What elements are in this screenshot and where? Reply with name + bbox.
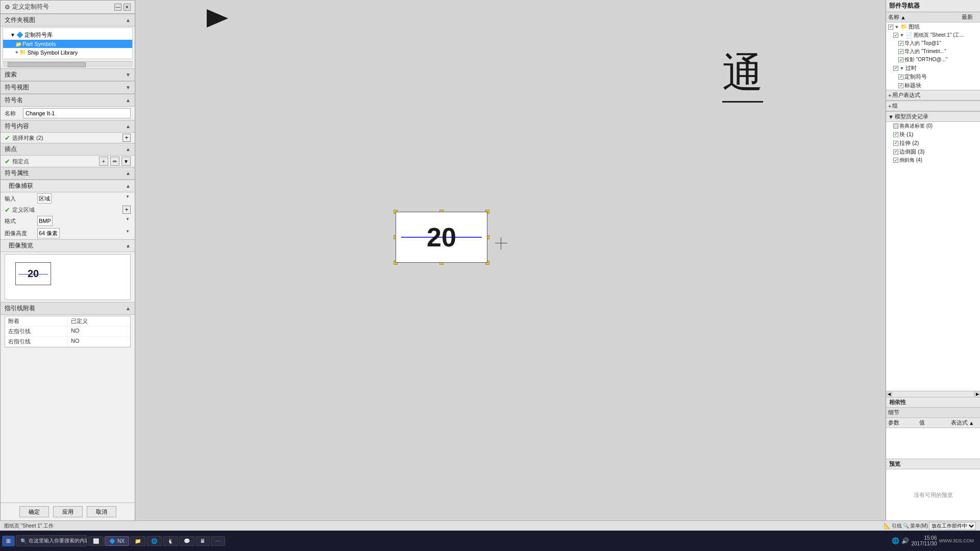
props-col-value[interactable]: 值 [917,418,948,428]
menu-label[interactable]: 菜单(M) [910,522,928,530]
page-icon: 📄 [905,32,913,39]
props-col-param[interactable]: 参数 [886,418,917,428]
nav-item-custom-sym[interactable]: ✔ 定制符号 [886,72,980,81]
nav-checkbox-trimetri[interactable]: ✔ [898,49,903,54]
taskview-icon: ⬜ [93,538,99,544]
symbol-container[interactable]: 20 [396,212,487,263]
pencil-button[interactable]: ✏ [110,157,119,166]
close-button[interactable]: ✕ [124,4,131,11]
nav-cb-round3[interactable]: ✔ [893,149,898,155]
leader-header[interactable]: 指引线附着 ▲ [1,302,135,315]
qq-button[interactable]: 🐧 [163,536,178,546]
taskview-button[interactable]: ⬜ [88,536,104,546]
dropdown-anchor[interactable]: ▼ [121,157,131,166]
nav-history-round3[interactable]: ✔ 边倒圆 (3) [886,147,980,156]
nav-user-expr[interactable]: + 用户表达式 [886,90,980,101]
nav-checkbox-sheet1[interactable]: ✔ [893,33,898,38]
explorer-icon: 📁 [135,538,141,544]
nav-cb-block1[interactable]: ✔ [893,132,898,137]
add-object-button[interactable]: + [122,134,131,142]
nav-history-block1[interactable]: ✔ 块 (1) [886,130,980,139]
nav-col-latest[interactable]: 最新 [960,13,980,21]
toolbar-icon-1[interactable]: 📐 [884,522,891,529]
nav-checkbox-overtime[interactable]: ✔ [893,66,898,71]
search-icon-bottom[interactable]: 🔍 [903,523,909,529]
nav-history-labels[interactable]: 善典述标签 (0) [886,122,980,130]
nav-expander-sheet1[interactable]: ▼ [899,33,904,38]
cancel-button[interactable]: 取消 [87,506,116,517]
ok-button[interactable]: 确定 [19,506,49,517]
props-col-expr[interactable]: 表达式 ▲ [949,418,980,428]
nav-tree: ✔ ▼ 📁 图纸 ✔ ▼ 📄 图纸页 "Sheet 1" (工... ✔ 导入的… [886,22,980,391]
search-header[interactable]: 搜索 ▼ [1,68,135,81]
browser-button[interactable]: 🌐 [146,536,162,546]
tree-item-ship-library[interactable]: + 📁 Ship Symbol Library [3,48,132,57]
file-tree-header[interactable]: 文件夹视图 ▲ [1,14,135,27]
nav-item-drawings[interactable]: ✔ ▼ 📁 图纸 [886,22,980,31]
input-select[interactable]: 区域 [37,193,52,204]
tree-item-part-symbols[interactable]: 📁 Part Symbols [3,40,132,48]
nav-item-sheet1[interactable]: ✔ ▼ 📄 图纸页 "Sheet 1" (工... [886,31,980,39]
nav-item-ortho[interactable]: ✔ 投影 "ORTHO@..." [886,56,980,64]
nav-item-top[interactable]: ✔ 导入的 "Top@1" [886,39,980,47]
taskbar: ⊞ 🔍 在这里输入你要搜索的内容 ⬜ 🔷 NX 📁 🌐 🐧 💬 🖩 ⋯ 🌐 🔊 … [0,531,980,551]
more-apps[interactable]: ⋯ [211,536,225,546]
nav-cb-labels[interactable] [893,123,898,129]
nav-scroll-track[interactable] [892,391,974,397]
network-icon[interactable]: 🌐 [892,537,899,544]
location-select[interactable]: 放在工作部件中 [929,522,976,530]
nav-scroll-right[interactable]: ▶ [974,391,980,397]
nav-checkbox-ortho[interactable]: ✔ [898,57,903,62]
nav-item-trimetri[interactable]: ✔ 导入的 "Trimetri..." [886,47,980,56]
symbol-attr-header[interactable]: 符号属性 ▲ [1,167,135,180]
start-button[interactable]: ⊞ [2,536,15,546]
gear-icon: ⚙ [5,4,10,11]
nav-item-overtime[interactable]: ✔ ▼ 过时 [886,64,980,72]
calc-button[interactable]: 🖩 [195,536,210,546]
nav-checkbox-title-block[interactable]: ✔ [898,83,903,88]
image-capture-header[interactable]: 图像捕获 ▲ [1,180,135,192]
expand-icon-history: ▼ [888,114,894,120]
nav-checkbox-top[interactable]: ✔ [898,41,903,46]
image-preview-header[interactable]: 图像预览 ▲ [1,239,135,252]
wechat-button[interactable]: 💬 [179,536,194,546]
nav-history-chamfer4[interactable]: ✔ 倒斜角 (4) [886,156,980,164]
canvas-area[interactable]: 通 20 [135,0,886,520]
props-content [886,428,980,459]
nav-scroll-left[interactable]: ◀ [886,391,892,397]
preview-title: 预览 [886,459,980,469]
nav-expander-overtime[interactable]: ▼ [899,66,904,71]
nav-history[interactable]: ▼ 模型历史记录 [886,111,980,122]
apply-button[interactable]: 应用 [53,506,83,517]
define-region-button[interactable]: + [122,206,131,214]
anchor-header[interactable]: 插点 ▲ [1,143,135,156]
resolution-select[interactable]: 64 像素 [37,228,60,238]
nav-checkbox-drawings[interactable]: ✔ [888,24,893,30]
nav-item-title-block[interactable]: ✔ 标题块 [886,81,980,90]
tree-scrollbar[interactable] [3,61,133,67]
nav-group[interactable]: + 组 [886,101,980,111]
crosshair-button[interactable]: + [99,157,108,166]
search-taskbar[interactable]: 🔍 在这里输入你要搜索的内容 [16,535,87,546]
symbol-name-input[interactable] [23,108,131,118]
nav-checkbox-custom-sym[interactable]: ✔ [898,74,903,80]
tree-item-root[interactable]: ▼ 🔷 定制符号库 [3,30,132,40]
arrow-indicator [207,9,228,28]
symbol-content-header[interactable]: 符号内容 ▲ [1,120,135,133]
symbol-name-header[interactable]: 符号名 ▲ [1,94,135,107]
nav-col-name[interactable]: 名称 ▲ [886,13,960,21]
symbol-view-header[interactable]: 符号视图 ▼ [1,81,135,94]
format-select[interactable]: BMP [37,216,53,226]
nav-cb-chamfer4[interactable]: ✔ [893,158,898,163]
nx-button[interactable]: 🔷 NX [105,536,129,546]
leader-label-1: 附着 [5,316,68,326]
volume-icon[interactable]: 🔊 [901,537,909,544]
nav-label-overtime: 过时 [905,64,917,72]
minimize-button[interactable]: — [114,4,121,11]
nav-history-stretch2[interactable]: ✔ 拉伸 (2) [886,139,980,147]
toolbar-text-line[interactable]: 引线 [892,522,902,530]
nav-expander-drawings[interactable]: ▼ [894,24,899,30]
leader-row-3: 右指引线 NO [5,337,130,347]
explorer-button[interactable]: 📁 [130,536,145,546]
nav-cb-stretch2[interactable]: ✔ [893,141,898,146]
